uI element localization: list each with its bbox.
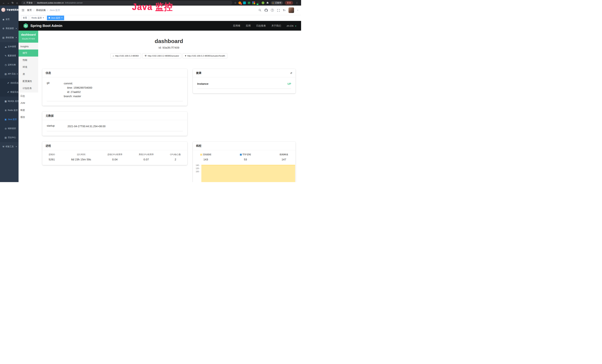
breadcrumb: 首页 / 基础设施 / Java 监控 — [27, 9, 60, 12]
health-card: 健康 ↺ Instance UP — [193, 69, 296, 93]
sidebar-item-scheduled-tasks[interactable]: ◷ 定时任务 — [0, 60, 19, 69]
sidebar-item-access-logs[interactable]: ✐ 访问日志 — [0, 78, 19, 87]
back-icon[interactable]: ← — [1, 1, 6, 5]
app-logo[interactable]: 芋道管理系统 — [0, 6, 19, 14]
metadata-value: 2021-04-27T00:44:31.254+08:00 — [67, 124, 106, 128]
close-icon[interactable]: × — [43, 17, 44, 19]
sba-menu-config-properties[interactable]: 配置属性 — [19, 78, 38, 85]
info-card: 信息 git commit: time: 1596289704000 id: 2… — [42, 69, 187, 106]
avatar[interactable] — [289, 7, 294, 13]
security-label[interactable]: 不安全 — [26, 1, 33, 4]
bookmark-star-icon[interactable]: ☆ — [234, 1, 236, 4]
process-stat-pid: 进程ID 5261 — [49, 153, 55, 161]
forward-icon[interactable]: → — [6, 1, 10, 5]
sba-menu-scheduled-tasks[interactable]: 计划任务 — [19, 85, 38, 92]
sba-menu-environment[interactable]: 环境 — [19, 64, 38, 71]
close-icon[interactable]: × — [61, 17, 63, 19]
sba-menu-performance[interactable]: 性能 — [19, 57, 38, 64]
api-log-icon: ▤ — [4, 73, 7, 75]
instance-title: dashboard — [42, 38, 296, 44]
url-domain[interactable]: dashboard.yudao.iocoder.cn — [37, 2, 64, 4]
sidebar-item-dev-tools[interactable]: ⚒ 研发工具 ∨ — [0, 142, 19, 151]
threads-chart: 140 120 100 — [193, 164, 296, 182]
threads-legend: 活动线程 143 守护进程 53 — [193, 150, 296, 161]
error-log-icon: ✐ — [7, 91, 10, 94]
sba-menu-mappings[interactable]: 映射 — [19, 107, 38, 114]
extension-icon-6[interactable] — [262, 1, 264, 4]
tab-home[interactable]: 首页 — [21, 16, 29, 20]
app-logo-icon — [1, 8, 5, 12]
reload-icon[interactable]: ↻ — [10, 1, 15, 5]
sidebar-item-system-management[interactable]: ⚙ 系统管理 ∨ — [0, 24, 19, 33]
sidebar-item-api-logs[interactable]: ▤ API 日志 ∧ — [0, 69, 19, 78]
chevron-down-icon: ∨ — [16, 146, 17, 147]
sba-menu-caches[interactable]: 缓存 — [19, 114, 38, 121]
annotation-java-monitor: Java 监控 — [132, 1, 173, 13]
sba-nav-journal[interactable]: 日志报表 — [256, 24, 266, 27]
sidebar-item-java-monitor[interactable]: ▣ Java 监控 — [0, 115, 19, 124]
sba-menu-jvm[interactable]: JVM — [19, 100, 38, 107]
sba-menu-details[interactable]: 细节 — [19, 50, 38, 57]
sba-nav-wallboard[interactable]: 应用墙 — [233, 24, 240, 27]
instance-subtitle: Id: 93a3fc7f7409 — [42, 46, 296, 49]
sba-instance-name: dashboard — [20, 33, 37, 36]
sba-nav-applications[interactable]: 应用 — [246, 24, 251, 27]
sidebar-item-home[interactable]: ◉ 首页 — [0, 15, 19, 24]
instance-url-button[interactable]: ⌂ http://192.168.0.2:48080/ — [110, 53, 141, 58]
sidebar-item-config-management[interactable]: ✎ 配置管理 — [0, 51, 19, 60]
sba-brand[interactable]: Spring Boot Admin — [23, 23, 62, 29]
process-card: 进程 进程ID 5261 运行时间 6d 23h 15m 59s — [42, 142, 187, 165]
sidebar-item-link-tracing[interactable]: ◎ 链路追踪 — [0, 124, 19, 133]
search-icon[interactable] — [258, 9, 261, 12]
extension-badge: 1 — [240, 3, 242, 5]
sidebar-item-redis-monitor[interactable]: ≣ Redis 监控 — [0, 106, 19, 115]
sba-nav-about[interactable]: 关于我们 — [271, 24, 281, 27]
url-path[interactable]: /infra/admin-server — [65, 2, 83, 4]
infrastructure-icon: ▤ — [2, 36, 5, 39]
sidebar-item-mysql-monitor[interactable]: ▦ MySQL 监控 — [0, 96, 19, 106]
sba-instance-box[interactable]: dashboard 93a3fc7f7409 — [19, 31, 38, 43]
address-bar[interactable]: ⚠ 不安全 dashboard.yudao.iocoder.cn /infra/… — [21, 1, 232, 5]
browser-menu-icon[interactable]: ⋮ — [295, 1, 299, 4]
font-size-icon[interactable]: TT — [283, 9, 285, 12]
fullscreen-icon[interactable] — [277, 9, 280, 12]
config-icon: ✎ — [4, 54, 7, 57]
heart-icon: ♥ — [185, 54, 186, 57]
tab-redis-monitor[interactable]: Redis 监控 × — [30, 16, 46, 20]
process-stat-uptime: 运行时间 6d 23h 15m 59s — [71, 153, 91, 161]
sidebar-item-file-management[interactable]: ☁ 文件管理 — [0, 42, 19, 51]
sidebar-item-infrastructure[interactable]: ▤ 基础设施 ∧ — [0, 33, 19, 42]
profile-sync-paused-chip[interactable]: ☺ 已暂停 — [271, 1, 283, 5]
process-stat-system-cpu: 系统CPU使用率 0.07 — [139, 153, 154, 161]
hamburger-icon[interactable] — [22, 9, 24, 12]
extension-icon-4[interactable] — [252, 1, 255, 4]
extension-icon-3[interactable]: ✓ — [248, 1, 250, 4]
tab-java-monitor[interactable]: Java 监控 × — [47, 16, 64, 20]
extension-icon-2[interactable] — [243, 1, 246, 4]
caret-down-icon: ▾ — [297, 9, 298, 11]
sidebar-item-log-center[interactable]: ▤ 日志中心 — [0, 133, 19, 142]
github-icon[interactable] — [265, 9, 268, 12]
browser-update-button[interactable]: 更新 — [285, 1, 293, 5]
metadata-key: startup — [47, 124, 67, 128]
extensions-puzzle-icon[interactable] — [266, 1, 269, 4]
actuator-url-button[interactable]: ⚒ http://192.168.0.2:48080/actuator — [142, 53, 181, 58]
sidebar-item-error-logs[interactable]: ✐ 错误日志 — [0, 87, 19, 96]
breadcrumb-infrastructure[interactable]: 基础设施 — [36, 9, 46, 12]
breadcrumb-separator: / — [47, 9, 48, 12]
info-key: git — [47, 81, 64, 98]
breadcrumb-home[interactable]: 首页 — [27, 9, 32, 12]
trace-icon: ◎ — [4, 127, 7, 130]
extension-on-badge: on — [257, 3, 259, 5]
settings-icon: ⚙ — [2, 27, 5, 30]
browser-home-icon[interactable]: ⌂ — [15, 1, 19, 5]
sba-menu-classes[interactable]: 类 — [19, 71, 38, 78]
extension-icon-5[interactable]: on — [257, 1, 260, 4]
history-icon[interactable]: ↺ — [290, 72, 292, 75]
omnibox-divider — [35, 2, 35, 4]
help-icon[interactable]: ? — [271, 9, 274, 12]
sba-locale-select[interactable]: zh-CN ▼ — [287, 24, 297, 27]
extension-icon-1[interactable]: 1 — [238, 1, 241, 4]
sba-menu-logs[interactable]: 日志 — [19, 93, 38, 100]
health-url-button[interactable]: ♥ http://192.168.0.2:48080/actuator/heal… — [183, 53, 227, 58]
